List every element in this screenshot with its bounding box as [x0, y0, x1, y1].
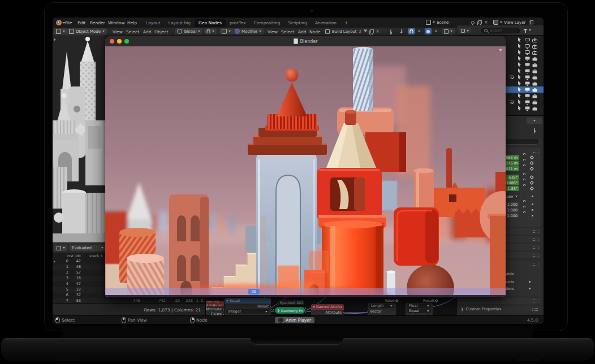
viewport-3d[interactable] [53, 36, 105, 242]
blender-render-window[interactable]: Blender [105, 36, 506, 297]
dataset-dropdown[interactable]: Evaluated [70, 245, 106, 251]
node-compare[interactable]: Float Equal [406, 303, 433, 316]
node-named-attribute[interactable]: Named Attribute [206, 301, 224, 306]
camera-icon[interactable] [532, 75, 537, 80]
cursor-icon[interactable] [518, 75, 522, 80]
custom-properties-panel[interactable]: ❯ Custom Properties [458, 306, 541, 313]
monitor-icon[interactable] [525, 44, 530, 49]
socket-result[interactable] [269, 305, 271, 307]
viewport-gizmo-collapse-icon[interactable] [499, 49, 502, 51]
panel-grip-icon[interactable] [533, 150, 538, 153]
chevron-down-icon[interactable] [418, 31, 420, 32]
cursor-icon[interactable] [518, 44, 522, 49]
close-icon[interactable]: × [376, 29, 380, 34]
camera-icon[interactable] [532, 69, 537, 73]
workspace-tab-layout-big[interactable]: Layout.big [165, 19, 195, 27]
workspace-tab-layout[interactable]: Layout [142, 19, 165, 27]
monitor-icon[interactable] [525, 81, 530, 86]
monitor-icon[interactable] [525, 57, 530, 61]
node-vector-math[interactable]: Length Vector [368, 303, 396, 316]
snap-dropdown[interactable] [204, 28, 217, 34]
checkbox-checked[interactable] [510, 100, 514, 104]
window-titlebar[interactable]: Blender [105, 36, 506, 47]
monitor-icon[interactable] [525, 50, 530, 55]
menu-view-node[interactable]: View [268, 29, 278, 34]
monitor-icon[interactable] [525, 100, 530, 105]
menu-node[interactable]: Node [309, 29, 321, 34]
node-body[interactable]: Attribute Exists [206, 306, 224, 316]
menu-select-node[interactable]: Select [281, 29, 294, 34]
menu-add-3d[interactable]: Add [143, 29, 152, 34]
workspace-tab-animation[interactable]: Animation [311, 19, 340, 27]
parent-cursor-icon[interactable] [399, 29, 404, 34]
operation-dropdown[interactable]: Equal [407, 309, 431, 313]
camera-icon[interactable] [532, 88, 537, 92]
workspace-tab-compositing[interactable]: Compositing [250, 19, 284, 27]
camera-icon[interactable] [532, 44, 537, 49]
menu-window[interactable]: Window [108, 20, 125, 25]
scene-name[interactable]: Scene [437, 20, 449, 25]
monitor-icon[interactable] [525, 75, 530, 80]
workspace-tab-add[interactable]: + [340, 19, 352, 27]
monitor-icon[interactable] [525, 38, 530, 42]
cursor-icon[interactable] [518, 50, 522, 55]
compare-type-dropdown[interactable]: Integer [226, 309, 269, 314]
workspace-tab-geo-nodes[interactable]: Geo Nodes [195, 19, 226, 27]
cursor-icon[interactable] [518, 93, 522, 98]
copy-icon[interactable] [369, 29, 373, 34]
menu-edit[interactable]: Edit [77, 20, 86, 25]
menu-file[interactable]: File [65, 20, 72, 25]
menu-select-3d[interactable]: Select [126, 29, 139, 34]
node-tree-type-dropdown[interactable]: Modifier [232, 28, 264, 34]
search-input[interactable]: Search [481, 28, 520, 33]
close-icon[interactable]: × [484, 20, 488, 25]
cursor-icon[interactable] [518, 99, 522, 105]
socket-distance[interactable] [304, 311, 307, 313]
column-header[interactable]: stack_t [89, 254, 102, 258]
camera-icon[interactable] [532, 100, 537, 105]
node-named-attribute[interactable]: Named Attribute [311, 304, 344, 310]
anim-player-status[interactable]: Anim Player [275, 317, 314, 323]
filter-button[interactable] [523, 29, 531, 31]
monitor-icon[interactable] [525, 94, 530, 98]
workspace-tab-proctex[interactable]: procTex [226, 19, 250, 27]
epsilon-field[interactable]: Epsilon0.001 [278, 300, 304, 305]
camera-icon[interactable] [532, 106, 537, 111]
operation-dropdown[interactable]: Length [369, 304, 394, 308]
snap-toggle-on[interactable] [408, 28, 415, 34]
camera-icon[interactable] [532, 63, 537, 67]
menu-add-node[interactable]: Add [298, 29, 307, 34]
animate-dot-icon[interactable] [532, 196, 533, 197]
menu-help[interactable]: Help [127, 20, 137, 25]
cursor-icon[interactable] [518, 56, 522, 61]
monitor-icon[interactable] [525, 63, 530, 67]
node-tree-users[interactable]: 2 [359, 29, 361, 34]
workspace-tab-scripting[interactable]: Scripting [284, 19, 311, 27]
menu-render[interactable]: Render [90, 20, 105, 25]
pin-icon[interactable] [471, 21, 475, 24]
socket-attribute[interactable] [342, 311, 344, 314]
cursor-icon[interactable] [518, 68, 522, 73]
camera-icon[interactable] [532, 38, 537, 42]
socket-position[interactable] [304, 307, 307, 309]
region-toggle-arrow-icon[interactable] [54, 38, 56, 41]
chevron-down-icon[interactable] [435, 31, 437, 32]
overlay-dropdown[interactable] [442, 28, 455, 34]
editor-type-button[interactable] [54, 28, 67, 34]
monitor-icon[interactable] [525, 88, 530, 92]
node-geometry-proximity[interactable]: ❯Geometry Proximity [275, 307, 305, 314]
checkbox-checked[interactable] [510, 75, 514, 79]
outliner-display-mode[interactable] [459, 28, 471, 33]
copy-icon[interactable] [529, 20, 533, 25]
node-tree-name-field[interactable]: Build Layout 2 ♥ × [323, 28, 386, 34]
fake-user-icon[interactable]: ♥ [364, 29, 367, 33]
node-compare-equal[interactable]: Equal [225, 298, 271, 304]
cursor-icon[interactable] [518, 62, 522, 67]
node-editor-type-button[interactable] [219, 28, 233, 34]
animate-dot-icon[interactable] [532, 203, 533, 205]
socket-vector[interactable] [367, 311, 369, 313]
animate-dot-icon[interactable] [529, 288, 531, 289]
view-layer-name[interactable]: View Layer [504, 20, 525, 25]
cursor-icon[interactable] [518, 81, 522, 86]
panel-grip-icon[interactable] [533, 263, 538, 266]
